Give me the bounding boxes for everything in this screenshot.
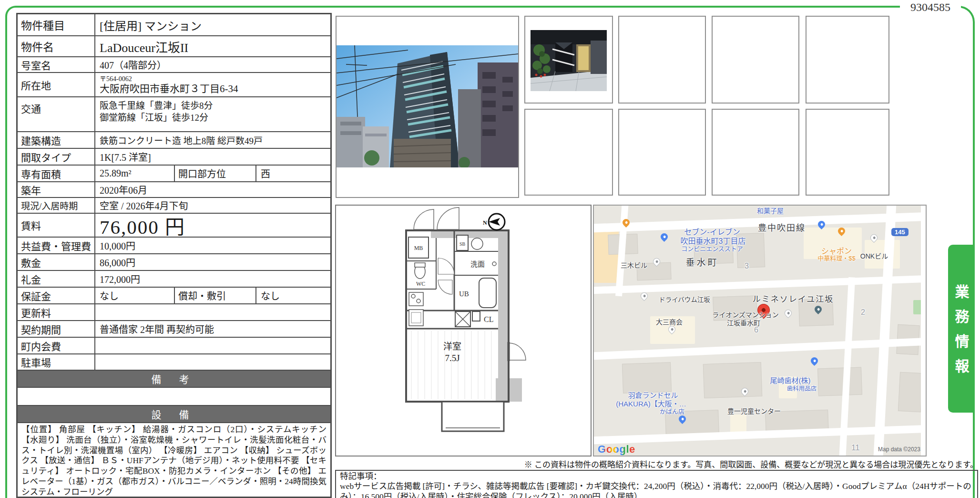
map-label-seven-eleven3: コンビニエンスストア xyxy=(681,244,743,253)
photo-empty-slot xyxy=(618,16,706,104)
map-label-block6: 6 xyxy=(754,326,758,334)
row-label: 築年 xyxy=(18,182,95,197)
access-line1: 阪急千里線「豊津」徒歩8分 xyxy=(100,100,213,112)
map-label-kids-center: 豊一児童センター xyxy=(727,406,781,415)
access-line2: 御堂筋線「江坂」徒歩12分 xyxy=(100,112,213,124)
row-label: 保証金 xyxy=(18,288,95,303)
floorplan-senmen-label: 洗面 xyxy=(470,260,485,268)
map-label-block3: 3 xyxy=(745,262,749,270)
table-row: 築年 2020年06月 xyxy=(18,182,330,198)
floorplan-size-label: 7.5J xyxy=(445,353,459,363)
floorplan-cl-label: CL xyxy=(484,315,493,323)
row-label: 交通 xyxy=(18,97,95,131)
compass-north-label: N xyxy=(483,219,487,226)
map-label-block11: 11 xyxy=(851,443,860,453)
row-value: 25.89m² xyxy=(95,166,174,181)
special-notes-title: 特記事項： xyxy=(340,471,973,481)
map-building xyxy=(898,372,923,412)
table-row: 間取タイプ 1K[7.5 洋室] xyxy=(18,149,330,166)
map-label-tarumi: 垂水町 xyxy=(685,255,718,268)
map-label-block2: 2 xyxy=(861,308,865,317)
postal-code: 〒564-0062 xyxy=(100,75,238,83)
photo-empty-slot xyxy=(524,109,613,196)
disclaimer-note: ※ この資料は物件の概略紹介資料になります。写真、間取図面、設備、概要などが現況… xyxy=(329,458,978,470)
map-label-ozaki2: 歯科用品店 xyxy=(787,384,817,393)
row-value2: なし xyxy=(256,288,330,303)
table-row: 建築構造 鉄筋コンクリート造 地上8階 総戸数49戸 xyxy=(18,132,330,149)
photo-empty-slot xyxy=(806,109,889,196)
row-label: 間取タイプ xyxy=(18,149,95,165)
map-route-badge: 145 xyxy=(891,228,909,236)
row-label: 号室名 xyxy=(18,57,95,72)
photo-entrance-slot xyxy=(524,16,613,104)
table-row: 物件種目 [住居用] マンション xyxy=(18,14,330,36)
table-row: 共益費・管理費 10,000円 xyxy=(18,238,330,254)
map-copyright: Map data ©2023 xyxy=(878,446,920,453)
table-row: 所在地 〒564-0062 大阪府吹田市垂水町３丁目6-34 xyxy=(18,73,330,97)
row-value2: 西 xyxy=(256,166,330,181)
address: 大阪府吹田市垂水町３丁目6-34 xyxy=(100,83,238,95)
row-value: 2020年06月 xyxy=(95,182,330,197)
building-exterior-photo xyxy=(337,45,518,167)
row-value: 172,000円 xyxy=(95,271,330,287)
row-label: 現況/入居時期 xyxy=(18,198,95,213)
row-label: 礼金 xyxy=(18,271,95,287)
floorplan-room-label: 洋室 xyxy=(443,342,461,352)
remarks-value xyxy=(18,388,330,406)
row-label: 駐車場 xyxy=(18,354,95,370)
row-value: 普通借家 2年間 再契約可能 xyxy=(95,321,330,337)
map-label-hakura3: かばん店 xyxy=(660,406,684,415)
location-map: 和菓子屋 豊中吹田線 セブン-イレブン 吹田垂水町3丁目店 コンビニエンスストア… xyxy=(593,205,927,456)
map-building xyxy=(703,362,762,398)
map-road xyxy=(593,337,927,360)
property-flyer-page: 9304585 物件種目 [住居用] マンション 物件名 LaDouceur江坂… xyxy=(0,0,980,498)
equipment-header: 設 備 xyxy=(18,406,330,423)
row-label: 契約期間 xyxy=(18,321,95,337)
row-label: 所在地 xyxy=(18,73,95,96)
business-info-tab[interactable]: 業務情報 xyxy=(948,245,973,413)
photo-main-slot xyxy=(336,16,519,198)
map-pin-poi-icon xyxy=(639,291,649,301)
map-building xyxy=(622,362,672,394)
row-label: 更新料 xyxy=(18,304,95,320)
floorplan-ub-label: UB xyxy=(459,290,469,298)
map-label-chapon2: 中華料理・$$ xyxy=(817,253,855,262)
map-label-miki: 三木ビル xyxy=(621,260,647,270)
row-value: なし xyxy=(95,288,174,303)
floor-plan: MB SB 洗面 WC UB CL xyxy=(335,205,592,456)
row-label: 物件名 xyxy=(18,36,95,56)
row-label: 町内会費 xyxy=(18,338,95,353)
row-value: 鉄筋コンクリート造 地上8階 総戸数49戸 xyxy=(95,132,330,148)
table-row: 駐車場 xyxy=(18,354,330,371)
map-label-lumine: ルミネソレイユ江坂 xyxy=(753,292,834,304)
special-notes-box: 特記事項： webサービス広告掲載 [許可]・チラシ、雑誌等掲載広告 [要確認]… xyxy=(335,470,978,498)
table-row: 号室名 407（4階部分） xyxy=(18,57,330,73)
map-road xyxy=(921,205,927,456)
row-label: 賃料 xyxy=(18,214,95,237)
row-label2: 償却・敷引 xyxy=(174,288,256,303)
equipment-text: 【位置】 角部屋 【キッチン】 給湯器・ガスコンロ（2口）・システムキッチン 【… xyxy=(18,423,330,497)
table-row: 物件名 LaDouceur江坂II xyxy=(18,36,330,57)
table-row: 保証金 なし 償却・敷引 なし xyxy=(18,288,330,304)
row-label: 敷金 xyxy=(18,254,95,270)
table-row: 賃料 76,000 円 xyxy=(18,214,330,238)
row-label: 専有面積 xyxy=(18,166,95,181)
row-label: 物件種目 xyxy=(18,14,95,35)
map-label-wagashi: 和菓子屋 xyxy=(757,206,784,215)
row-value xyxy=(95,304,330,320)
table-row: 専有面積 25.89m² 開口部方位 西 xyxy=(18,166,330,182)
table-row: 敷金 86,000円 xyxy=(18,254,330,271)
table-row: 更新料 xyxy=(18,304,330,321)
row-label2: 開口部方位 xyxy=(174,166,256,181)
row-value: 86,000円 xyxy=(95,254,330,270)
row-value: [住居用] マンション xyxy=(95,14,330,35)
table-row: 礼金 172,000円 xyxy=(18,271,330,288)
row-value: LaDouceur江坂II xyxy=(95,36,330,56)
map-pin-seven-eleven-icon xyxy=(659,232,669,242)
map-pin-poi-icon xyxy=(783,308,793,318)
floorplan-mb-label: MB xyxy=(414,245,423,251)
photo-empty-slot xyxy=(806,16,889,104)
table-row: 交通 阪急千里線「豊津」徒歩8分 御堂筋線「江坂」徒歩12分 xyxy=(18,97,330,132)
map-label-dry: ドライバウム江坂 xyxy=(659,294,710,304)
map-label-daisan: 大三商会 xyxy=(656,317,683,326)
